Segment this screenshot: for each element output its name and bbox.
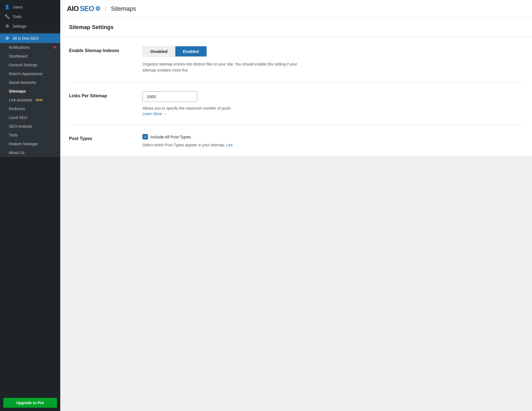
sidebar-item-tools-submenu[interactable]: Tools	[0, 131, 60, 139]
sidebar-aioseo-label: All in One SEO	[13, 36, 38, 41]
sidebar-item-redirects[interactable]: Redirects	[0, 104, 60, 113]
general-settings-label: General Settings	[9, 63, 37, 67]
links-per-sitemap-input[interactable]	[142, 91, 197, 102]
aioseo-logo: AIOSEO ⚙	[67, 4, 100, 13]
page-header: AIOSEO ⚙ / Sitemaps	[60, 0, 532, 18]
tools-submenu-label: Tools	[9, 133, 18, 137]
checkmark-icon: ✓	[144, 135, 147, 139]
enabled-button[interactable]: Enabled	[175, 46, 207, 56]
enable-sitemap-label: Enable Sitemap Indexes	[69, 46, 129, 53]
sitemap-rows-container: Enable Sitemap Indexes Disabled Enabled …	[60, 37, 532, 156]
notifications-label: Notifications	[9, 45, 30, 50]
enable-sitemap-row: Enable Sitemap Indexes Disabled Enabled …	[69, 37, 523, 82]
post-types-learn-more[interactable]: Lea	[226, 143, 233, 147]
enable-sitemap-description: Organize sitemap entries into distinct f…	[142, 61, 307, 73]
post-types-label: Post Types	[69, 134, 129, 141]
social-networks-label: Social Networks	[9, 80, 36, 85]
include-all-checkbox[interactable]: ✓	[142, 134, 148, 139]
sidebar-item-general-settings[interactable]: General Settings	[0, 61, 60, 69]
sidebar-tools-label: Tools	[13, 15, 22, 19]
learn-more-link[interactable]: Learn More →	[142, 112, 167, 116]
post-types-row: Post Types ✓ Include All Post Types Sele…	[69, 125, 523, 156]
sidebar-item-users[interactable]: 👤 Users	[0, 2, 60, 12]
sidebar-item-settings[interactable]: ⚙ Settings	[0, 21, 60, 31]
content-area: Sitemap Settings Enable Sitemap Indexes …	[60, 18, 532, 156]
post-types-desc-text: Select which Post Types appear in your s…	[142, 143, 225, 147]
logo-aio: AIO	[67, 4, 79, 13]
enable-sitemap-toggle: Disabled Enabled	[142, 46, 207, 57]
links-per-sitemap-label: Links Per Sitemap	[69, 91, 129, 98]
sidebar-item-search-appearance[interactable]: Search Appearance	[0, 69, 60, 78]
sidebar-item-sitemaps[interactable]: Sitemaps	[0, 87, 60, 96]
link-assistant-label: Link Assistant	[9, 98, 32, 102]
links-per-sitemap-row: Links Per Sitemap Allows you to specify …	[69, 82, 523, 125]
redirects-label: Redirects	[9, 107, 25, 111]
header-divider: /	[105, 5, 107, 13]
sidebar-users-label: Users	[13, 5, 23, 9]
local-seo-label: Local SEO	[9, 115, 27, 120]
links-per-sitemap-control: Allows you to specify the maximum number…	[142, 91, 523, 116]
sidebar-item-social-networks[interactable]: Social Networks	[0, 78, 60, 87]
upgrade-label: Upgrade to Pro	[16, 401, 44, 405]
sidebar-top-section: 👤 Users 🔧 Tools ⚙ Settings	[0, 0, 60, 31]
users-icon: 👤	[4, 4, 10, 10]
search-appearance-label: Search Appearance	[9, 72, 42, 76]
include-all-post-types-row: ✓ Include All Post Types	[142, 134, 523, 139]
sitemaps-label: Sitemaps	[9, 89, 26, 93]
notification-dot	[54, 46, 56, 48]
learn-more-text: Learn More	[142, 112, 162, 116]
sidebar-item-about-us[interactable]: About Us	[0, 148, 60, 157]
seo-analysis-label: SEO Analysis	[9, 124, 32, 129]
disabled-button[interactable]: Disabled	[143, 46, 175, 56]
sidebar-item-aioseo[interactable]: ⚙ All in One SEO	[0, 33, 60, 43]
links-description: Allows you to specify the maximum number…	[142, 105, 307, 111]
feature-manager-label: Feature Manager	[9, 142, 38, 146]
sidebar-settings-label: Settings	[13, 24, 27, 28]
main-content: AIOSEO ⚙ / Sitemaps Sitemap Settings Ena…	[60, 0, 532, 411]
aioseo-submenu: Notifications Dashboard General Settings…	[0, 43, 60, 157]
sidebar-item-feature-manager[interactable]: Feature Manager	[0, 139, 60, 148]
sitemap-settings-section: Sitemap Settings	[60, 18, 532, 37]
include-all-label: Include All Post Types	[151, 135, 191, 139]
sidebar-item-seo-analysis[interactable]: SEO Analysis	[0, 122, 60, 131]
logo-seo: SEO	[80, 4, 94, 13]
about-us-label: About Us	[9, 150, 25, 155]
learn-more-arrow: →	[163, 112, 167, 116]
sidebar-item-link-assistant[interactable]: Link Assistant NEW!	[0, 96, 60, 104]
post-types-description: Select which Post Types appear in your s…	[142, 143, 523, 147]
enable-sitemap-control: Disabled Enabled Organize sitemap entrie…	[142, 46, 523, 73]
aioseo-icon: ⚙	[4, 36, 10, 41]
sidebar-item-tools[interactable]: 🔧 Tools	[0, 12, 60, 21]
settings-section-title: Sitemap Settings	[69, 24, 523, 30]
settings-icon: ⚙	[4, 24, 10, 29]
sidebar: 👤 Users 🔧 Tools ⚙ Settings ⚙ All in One …	[0, 0, 60, 411]
dashboard-label: Dashboard	[9, 54, 28, 58]
page-title: Sitemaps	[111, 5, 136, 12]
sidebar-divider	[0, 32, 60, 32]
sidebar-item-local-seo[interactable]: Local SEO	[0, 113, 60, 122]
logo-gear-icon: ⚙	[95, 5, 100, 12]
sidebar-item-dashboard[interactable]: Dashboard	[0, 52, 60, 61]
sidebar-item-notifications[interactable]: Notifications	[0, 43, 60, 52]
tools-icon: 🔧	[4, 14, 10, 19]
new-badge: NEW!	[36, 99, 43, 102]
upgrade-to-pro-button[interactable]: Upgrade to Pro	[3, 398, 57, 408]
post-types-control: ✓ Include All Post Types Select which Po…	[142, 134, 523, 147]
